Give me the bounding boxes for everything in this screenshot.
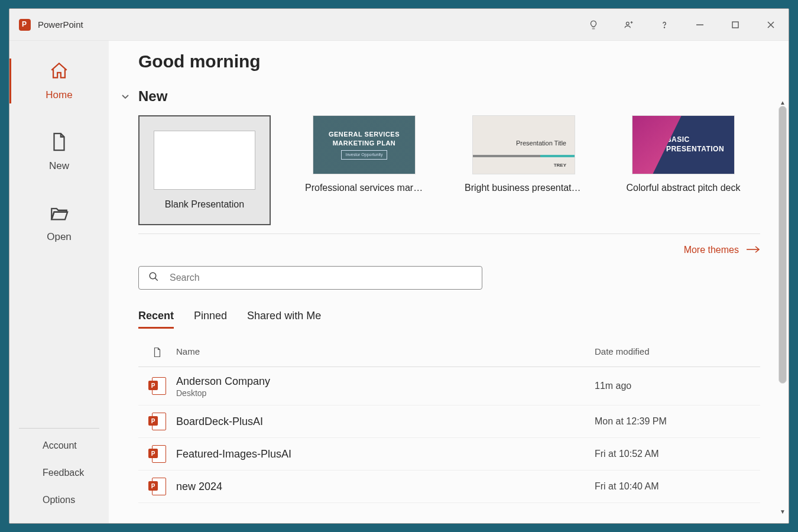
sidebar-item-home[interactable]: Home xyxy=(9,61,109,101)
file-name: BoardDeck-PlusAI xyxy=(176,414,595,429)
minimize-button[interactable] xyxy=(682,9,718,41)
table-row[interactable]: Anderson Company Desktop 11m ago xyxy=(138,367,760,406)
table-row[interactable]: Featured-Images-PlusAI Fri at 10:52 AM xyxy=(138,438,760,471)
file-location: Desktop xyxy=(176,388,595,398)
svg-point-0 xyxy=(626,22,629,25)
scroll-down-icon[interactable]: ▼ xyxy=(780,509,786,515)
templates-row: Blank Presentation GENERAL SERVICES MARK… xyxy=(138,115,760,234)
template-label: Professional services marke… xyxy=(305,183,423,193)
new-section-header[interactable]: New xyxy=(138,88,760,105)
template-label: Blank Presentation xyxy=(145,199,264,210)
file-date: Fri at 10:52 AM xyxy=(595,449,760,459)
scrollbar-thumb[interactable] xyxy=(778,106,787,384)
main-content: Good morning New Blank Presentation xyxy=(109,41,789,523)
lightbulb-icon[interactable] xyxy=(576,9,611,41)
column-name[interactable]: Name xyxy=(176,346,595,358)
template-pitch[interactable]: BASICPRESENTATION Colorful abstract pitc… xyxy=(617,115,750,225)
sidebar-item-account[interactable]: Account xyxy=(19,440,99,451)
tab-recent[interactable]: Recent xyxy=(138,310,174,329)
greeting: Good morning xyxy=(138,51,760,72)
sidebar-item-label: Open xyxy=(47,231,72,243)
share-people-icon[interactable] xyxy=(611,9,647,41)
maximize-button[interactable] xyxy=(718,9,753,41)
sidebar-item-feedback[interactable]: Feedback xyxy=(19,468,99,478)
blank-thumbnail xyxy=(154,131,255,190)
tab-pinned[interactable]: Pinned xyxy=(194,310,227,329)
help-icon[interactable] xyxy=(647,9,682,41)
file-date: Mon at 12:39 PM xyxy=(595,416,760,427)
sidebar-item-new[interactable]: New xyxy=(9,132,109,172)
column-date[interactable]: Date modified xyxy=(595,346,760,358)
table-row[interactable]: BoardDeck-PlusAI Mon at 12:39 PM xyxy=(138,406,760,438)
powerpoint-file-icon xyxy=(148,377,166,395)
bright-thumbnail: Presentation Title TREY xyxy=(472,115,575,174)
scrollbar[interactable]: ▲ ▼ xyxy=(778,100,787,515)
app-title: PowerPoint xyxy=(38,20,83,30)
file-date: Fri at 10:40 AM xyxy=(595,481,760,492)
search-input[interactable] xyxy=(170,273,472,283)
template-label: Colorful abstract pitch deck xyxy=(624,183,742,193)
template-label: Bright business presentation xyxy=(465,183,583,193)
file-name: Featured-Images-PlusAI xyxy=(176,447,595,461)
home-icon xyxy=(49,61,69,83)
close-button[interactable] xyxy=(753,9,789,41)
template-bright[interactable]: Presentation Title TREY Bright business … xyxy=(458,115,590,225)
sidebar-item-options[interactable]: Options xyxy=(19,495,99,505)
svg-rect-3 xyxy=(732,22,738,28)
powerpoint-file-icon xyxy=(148,413,166,430)
search-box[interactable] xyxy=(138,266,482,290)
table-row[interactable]: new 2024 Fri at 10:40 AM xyxy=(138,471,760,503)
sidebar-item-label: New xyxy=(49,160,69,172)
svg-point-7 xyxy=(150,273,156,279)
svg-line-8 xyxy=(155,278,158,281)
arrow-right-icon xyxy=(746,245,760,255)
powerpoint-logo-icon xyxy=(19,19,31,31)
template-marketing[interactable]: GENERAL SERVICES MARKETING PLAN Investor… xyxy=(298,115,430,225)
document-icon xyxy=(49,132,69,154)
tab-shared[interactable]: Shared with Me xyxy=(247,310,321,329)
chevron-down-icon xyxy=(121,92,130,101)
sidebar: Home New Open Account Feedba xyxy=(9,41,109,523)
marketing-thumbnail: GENERAL SERVICES MARKETING PLAN Investor… xyxy=(313,115,416,174)
template-blank[interactable]: Blank Presentation xyxy=(138,115,271,225)
search-icon xyxy=(148,271,159,284)
svg-point-1 xyxy=(664,27,664,27)
file-name: new 2024 xyxy=(176,479,595,494)
file-name: Anderson Company xyxy=(176,374,595,388)
file-tabs: Recent Pinned Shared with Me xyxy=(138,310,760,329)
folder-open-icon xyxy=(49,203,69,225)
sidebar-item-open[interactable]: Open xyxy=(9,203,109,243)
file-icon-header xyxy=(138,346,176,358)
sidebar-item-label: Home xyxy=(46,89,72,101)
new-section-title: New xyxy=(138,88,167,105)
powerpoint-file-icon xyxy=(148,478,166,495)
file-date: 11m ago xyxy=(595,381,760,391)
table-header: Name Date modified xyxy=(138,346,760,367)
scroll-up-icon[interactable]: ▲ xyxy=(780,100,786,106)
more-themes-link[interactable]: More themes xyxy=(684,245,739,255)
titlebar: PowerPoint xyxy=(9,9,789,41)
app-window: PowerPoint Hom xyxy=(9,8,789,524)
powerpoint-file-icon xyxy=(148,445,166,463)
pitch-thumbnail: BASICPRESENTATION xyxy=(632,115,735,174)
